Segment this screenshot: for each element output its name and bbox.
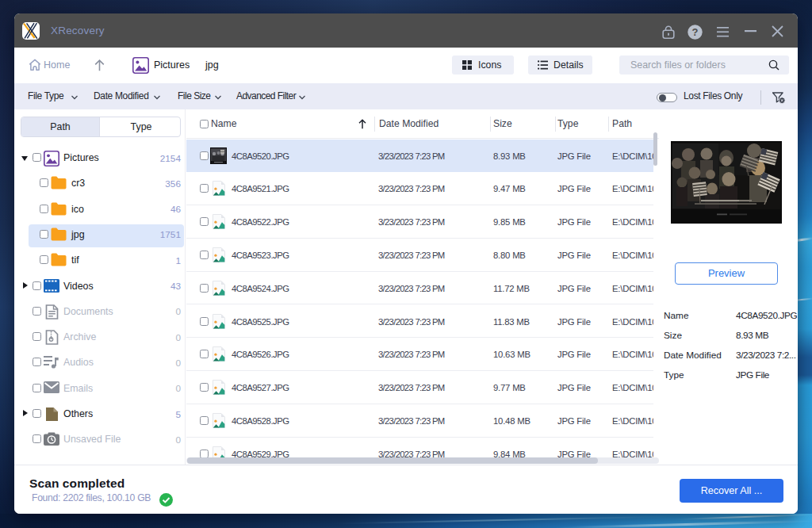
svg-text:?: ? xyxy=(692,26,699,38)
